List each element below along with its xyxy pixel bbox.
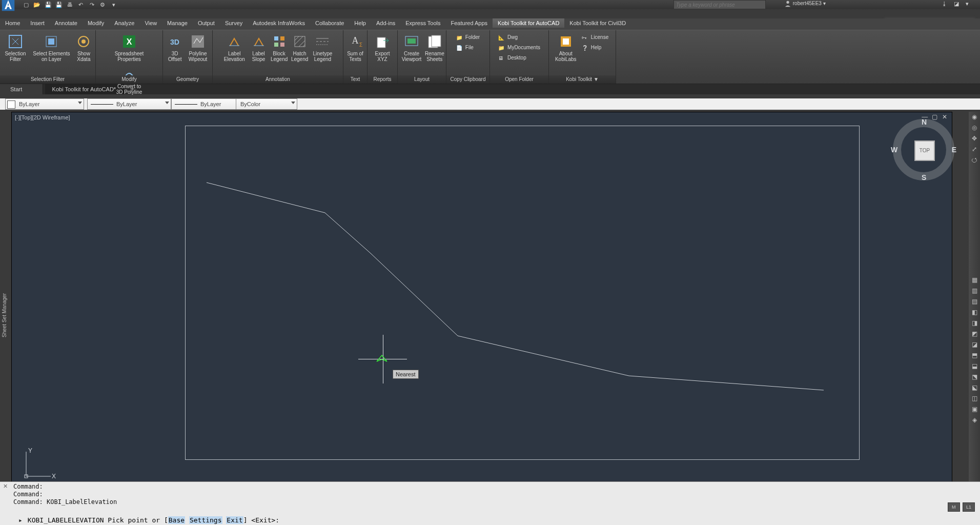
redo-icon[interactable]: ↷ — [87, 0, 96, 9]
nav-tool-icon[interactable]: ◨ — [970, 319, 979, 329]
search-input[interactable] — [673, 0, 766, 9]
chevron-down-icon[interactable]: ▾ — [966, 1, 974, 9]
open-icon[interactable]: 📂 — [32, 0, 42, 9]
menu-tab[interactable]: Manage — [162, 18, 193, 28]
saveas-icon[interactable]: 💾 — [54, 0, 64, 9]
ribbon-tool-small[interactable]: 📐Dwg — [495, 32, 543, 43]
viewport[interactable]: [-][Top][2D Wireframe] — ▢ ✕ Nearest Y X — [11, 112, 952, 484]
nav-tool-icon[interactable]: ▦ — [970, 276, 979, 286]
ribbon-tool[interactable]: AboutKobiLabs — [553, 30, 579, 63]
nav-tool-icon[interactable]: ▥ — [970, 287, 979, 296]
nav-tool-icon[interactable]: ⬓ — [970, 362, 979, 372]
nav-tool-icon[interactable]: ◫ — [970, 395, 979, 404]
ribbon-tool-small[interactable]: 🗝License — [579, 32, 611, 43]
chevron-down-icon[interactable]: ▾ — [109, 0, 118, 9]
ribbon-tool[interactable]: PolylineWipeout — [185, 30, 211, 63]
menu-tab[interactable]: Autodesk InfraWorks — [248, 18, 310, 28]
qat-buttons: ▢ 📂 💾 💾 🖶 ↶ ↷ ⚙ ▾ — [22, 0, 118, 9]
menu-tab[interactable]: Express Tools — [400, 18, 445, 28]
color-combo[interactable]: ByLayer — [5, 98, 84, 110]
menu-tab[interactable]: Home — [0, 18, 25, 28]
ribbon-tool-small[interactable]: ❔Help — [579, 43, 611, 53]
view-cube[interactable]: TOP N S W E — [893, 119, 954, 180]
nav-tool-icon[interactable]: ◈ — [970, 416, 979, 426]
menu-tab[interactable]: Survey — [220, 18, 248, 28]
user-icon — [784, 0, 791, 7]
ribbon-tool-small[interactable]: 📄File — [453, 43, 483, 53]
ribbon-tool[interactable]: SelectionFilter — [2, 30, 30, 63]
exchange-icon[interactable]: ⭳ — [942, 1, 950, 9]
plotstyle-combo[interactable]: ByColor — [236, 98, 297, 110]
steering-wheel-icon[interactable]: ◎ — [970, 124, 979, 133]
ribbon-tool[interactable]: HatchLegend — [290, 30, 310, 63]
menu-tab[interactable]: Featured Apps — [446, 18, 493, 28]
nav-tool-icon[interactable]: ◪ — [970, 341, 979, 350]
ribbon-tool[interactable]: BlockLegend — [269, 30, 290, 63]
close-command-icon[interactable]: ✕ — [3, 483, 8, 490]
workspace-icon[interactable]: ⚙ — [98, 0, 107, 9]
app-icon[interactable] — [1, 0, 15, 12]
nav-tool-icon[interactable]: ⬕ — [970, 384, 979, 393]
undo-icon[interactable]: ↶ — [76, 0, 86, 9]
nav-tool-icon[interactable]: ◩ — [970, 330, 979, 339]
nav-tool-icon[interactable]: ▤ — [970, 298, 979, 307]
menu-tab[interactable]: View — [139, 18, 162, 28]
left-dock: Sheet Set Manager — [0, 112, 11, 483]
user-menu[interactable]: robert45EE3 ▾ — [784, 0, 826, 7]
ribbon-tool[interactable]: RenameSheets — [424, 30, 445, 63]
aapp-icon[interactable]: ◪ — [954, 1, 962, 9]
svg-text:X: X — [52, 473, 56, 480]
ribbon-tool[interactable]: AΣSum ofTexts — [345, 30, 365, 63]
menu-tab[interactable]: Kobi Toolkit for AutoCAD — [493, 18, 564, 28]
compass-e[interactable]: E — [952, 146, 956, 154]
command-prompt[interactable]: ▸ KOBI_LABELELEVATION Pick point or [Bas… — [17, 516, 279, 524]
save-icon[interactable]: 💾 — [44, 0, 53, 9]
zoom-extents-icon[interactable]: ⤢ — [970, 146, 979, 155]
tool-icon — [43, 33, 59, 50]
menu-tab[interactable]: Output — [193, 18, 220, 28]
linetype-combo[interactable]: ByLayer — [87, 98, 171, 110]
ribbon-tool[interactable]: LabelSlope — [249, 30, 269, 63]
model-tab[interactable]: M — [948, 502, 960, 512]
compass-n[interactable]: N — [922, 118, 927, 126]
ribbon-tool[interactable]: 3D3DOffset — [165, 30, 185, 63]
menu-tab[interactable]: Annotate — [50, 18, 83, 28]
ribbon-tool[interactable]: LinetypeLegend — [310, 30, 336, 63]
menu-tab[interactable]: Kobi Toolkit for Civil3D — [564, 18, 631, 28]
ribbon-tool[interactable]: CreateViewport — [399, 30, 424, 63]
prompt-option[interactable]: Base — [168, 516, 185, 524]
ribbon-tool-small[interactable]: 📁Folder — [453, 32, 483, 43]
nav-tool-icon[interactable]: ◧ — [970, 309, 979, 318]
ribbon-tool-small[interactable]: 📁MyDocuments — [495, 43, 543, 53]
compass-w[interactable]: W — [891, 146, 897, 154]
ribbon-tool[interactable]: LabelElevation — [220, 30, 249, 63]
menu-tab[interactable]: Collaborate — [310, 18, 349, 28]
full-nav-icon[interactable]: ◉ — [970, 113, 979, 123]
menu-tab[interactable]: Insert — [25, 18, 50, 28]
new-icon[interactable]: ▢ — [22, 0, 31, 9]
orbit-icon[interactable]: ⭯ — [970, 156, 979, 166]
plot-icon[interactable]: 🖶 — [65, 0, 74, 9]
ribbon-tool[interactable]: XSpreadsheetProperties — [112, 30, 146, 63]
ribbon-tool[interactable]: ShowXdata — [73, 30, 94, 63]
prompt-option[interactable]: Settings — [189, 516, 222, 524]
compass-s[interactable]: S — [922, 173, 926, 181]
ribbon-tool-small[interactable]: 🖥Desktop — [495, 53, 543, 63]
sheet-set-manager-tab[interactable]: Sheet Set Manager — [2, 293, 7, 337]
start-tab[interactable]: Start — [0, 84, 43, 94]
prompt-option[interactable]: Exit — [226, 516, 243, 524]
ribbon-panel: CreateViewportRenameSheetsLayout — [398, 30, 446, 84]
nav-tool-icon[interactable]: ⬒ — [970, 352, 979, 361]
layout-tab[interactable]: L1 — [963, 502, 975, 512]
document-tab[interactable]: Kobi Toolkit for AutoCAD* — [45, 84, 124, 94]
cube-face-top[interactable]: TOP — [914, 140, 935, 161]
menu-tab[interactable]: Analyze — [109, 18, 139, 28]
ribbon-tool[interactable]: Select Elementson Layer — [29, 30, 73, 63]
menu-tab[interactable]: Help — [349, 18, 371, 28]
nav-tool-icon[interactable]: ▣ — [970, 406, 979, 415]
nav-tool-icon[interactable]: ⬔ — [970, 373, 979, 382]
ribbon-tool[interactable]: ExportXYZ — [372, 30, 393, 63]
menu-tab[interactable]: Add-ins — [371, 18, 400, 28]
pan-icon[interactable]: ✥ — [970, 135, 979, 144]
menu-tab[interactable]: Modify — [83, 18, 109, 28]
